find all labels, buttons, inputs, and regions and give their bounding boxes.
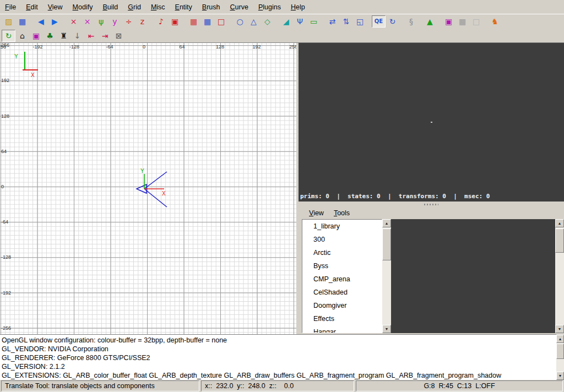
texture-window-icon[interactable]: ▣ <box>442 15 455 28</box>
menu-view[interactable]: View <box>43 2 68 13</box>
texture-folder-list[interactable]: 1_library300ArcticByssCMP_arenaCelShaded… <box>302 219 382 333</box>
prev-leak-spot-icon[interactable]: ⇤ <box>84 30 98 42</box>
splitter-grip-icon <box>424 204 438 205</box>
free-rotate-icon[interactable]: ↻ <box>386 15 399 28</box>
menu-plugins[interactable]: Plugins <box>253 2 286 13</box>
texture-menu-tools[interactable]: Tools <box>329 208 355 218</box>
left-ruler-label: -256 <box>1 325 11 331</box>
menu-build[interactable]: Build <box>97 2 123 13</box>
x-rotate-icon[interactable]: × <box>80 15 94 28</box>
folder-item-300[interactable]: 300 <box>302 233 382 246</box>
scroll-down-icon[interactable]: ▼ <box>555 325 564 333</box>
popup-view-icon[interactable]: ◱ <box>353 15 367 28</box>
scrollbar-thumb[interactable] <box>382 228 391 260</box>
open-file-icon[interactable]: ▨ <box>2 15 15 28</box>
bend-mode-icon[interactable]: ◢ <box>279 15 293 28</box>
folder-item-cmp_arena[interactable]: CMP_arena <box>302 273 382 286</box>
menu-brush[interactable]: Brush <box>197 2 225 13</box>
scroll-down-icon[interactable]: ▼ <box>556 372 564 380</box>
redo-icon[interactable]: ▶ <box>48 15 62 28</box>
console[interactable]: OpenGL window configuration: colour-buff… <box>0 334 556 380</box>
menu-file[interactable]: File <box>0 2 21 13</box>
folder-item-doomgiver[interactable]: Doomgiver <box>302 299 382 312</box>
folder-item-hangar[interactable]: Hangar <box>302 325 382 333</box>
plugin-icon[interactable]: ♞ <box>488 15 502 28</box>
patch-y-icon[interactable]: Ψ <box>293 15 307 28</box>
menu-entity[interactable]: Entity <box>170 2 197 13</box>
scroll-up-icon[interactable]: ▲ <box>382 219 391 227</box>
make-hollow-icon[interactable]: □ <box>214 15 228 28</box>
rotate-lock-disabled-icon[interactable]: □ <box>469 15 483 28</box>
polygon-outline-icon[interactable]: ⌂ <box>15 30 29 42</box>
qe-mode-toggle[interactable]: QE <box>372 15 386 28</box>
fullscreen-icon[interactable]: ▭ <box>307 15 321 28</box>
folder-item-byss[interactable]: Byss <box>302 259 382 273</box>
menu-help[interactable]: Help <box>286 2 310 13</box>
train-path-icon[interactable]: ♜ <box>57 30 70 42</box>
texture-lock-disabled-icon[interactable]: ▦ <box>455 15 469 28</box>
toolbar-main: ▨▦◀▶××ψy÷z♪▣▦▦□○△◇◢Ψ▭⇄⇅◱QE↻§▲▣▦□♞ <box>0 14 564 29</box>
folder-list-scrollbar[interactable]: ▲ ▼ <box>382 219 391 333</box>
console-log: OpenGL window configuration: colour-buff… <box>2 336 555 380</box>
menu-curve[interactable]: Curve <box>225 2 253 13</box>
show-models-icon[interactable]: ♣ <box>43 30 57 42</box>
left-ruler-label: -192 <box>1 290 11 296</box>
y-rotate-icon[interactable]: y <box>108 15 122 28</box>
folder-item-celshaded[interactable]: CelShaded <box>302 286 382 299</box>
origin-x-label: X <box>31 72 35 78</box>
key-icon[interactable]: § <box>404 15 418 28</box>
scroll-up-icon[interactable]: ▲ <box>556 335 564 343</box>
select-touching-icon[interactable]: ♪ <box>154 15 168 28</box>
z-flip-icon[interactable]: ÷ <box>122 15 135 28</box>
console-line: GL_VENDOR: NVIDIA Corporation <box>2 345 555 353</box>
menu-grid[interactable]: Grid <box>123 2 146 13</box>
z-rotate-icon[interactable]: z <box>135 15 149 28</box>
grid-view-2d[interactable]: Y X Y X -256-192-128-6406412819225625619… <box>0 43 296 334</box>
scroll-up-icon[interactable]: ▲ <box>555 219 564 227</box>
scrollbar-thumb[interactable] <box>556 344 564 359</box>
camera-marker[interactable]: Y X <box>134 167 172 213</box>
menu-misc[interactable]: Misc <box>146 2 170 13</box>
clipper-disabled-icon[interactable]: ⊠ <box>112 30 126 42</box>
menu-edit[interactable]: Edit <box>21 2 43 13</box>
top-ruler-label: 64 <box>180 44 185 50</box>
texture-flush-icon[interactable]: ▣ <box>29 30 43 42</box>
csg-subtract-icon[interactable]: ▦ <box>187 15 200 28</box>
cone-icon[interactable]: △ <box>247 15 261 28</box>
texture-menu-view[interactable]: View <box>304 208 329 218</box>
folder-item-1_library[interactable]: 1_library <box>302 220 382 233</box>
refresh-view-icon[interactable]: ↻ <box>2 30 15 42</box>
terrain-icon[interactable]: ▲ <box>423 15 437 28</box>
drop-entity-icon[interactable]: ↓ <box>70 30 84 42</box>
sphere-icon[interactable]: ◇ <box>261 15 274 28</box>
camera-view-3d[interactable]: prims: 0 | states: 0 | transforms: 0 | m… <box>299 43 564 202</box>
folder-item-effects[interactable]: Effects <box>302 312 382 325</box>
horizontal-splitter[interactable] <box>299 202 564 207</box>
cylinder-icon[interactable]: ○ <box>233 15 247 28</box>
texture-preview-area[interactable] <box>391 219 555 333</box>
y-flip-icon[interactable]: ψ <box>94 15 108 28</box>
menu-bar: FileEditViewModifyBuildGridMiscEntityBru… <box>0 0 564 14</box>
top-ruler-label: 128 <box>216 44 224 50</box>
scrollbar-track[interactable] <box>555 227 564 325</box>
scrollbar-track[interactable] <box>556 343 564 372</box>
left-ruler-label: 192 <box>1 78 9 83</box>
texture-preview-scrollbar[interactable]: ▲ ▼ <box>555 219 564 333</box>
cycle-views-icon[interactable]: ⇅ <box>339 15 353 28</box>
menu-modify[interactable]: Modify <box>68 2 98 13</box>
save-icon[interactable]: ▦ <box>15 15 29 28</box>
scroll-down-icon[interactable]: ▼ <box>382 325 391 333</box>
csg-merge-icon[interactable]: ▦ <box>200 15 214 28</box>
scrollbar-track[interactable] <box>382 227 391 325</box>
scrollbar-thumb[interactable] <box>555 228 564 253</box>
swap-views-icon[interactable]: ⇄ <box>326 15 339 28</box>
undo-icon[interactable]: ◀ <box>34 15 48 28</box>
texture-panel: ViewTools 1_library300ArcticByssCMP_aren… <box>299 207 564 334</box>
select-inside-icon[interactable]: ▣ <box>168 15 182 28</box>
x-flip-icon[interactable]: × <box>67 15 80 28</box>
console-line: OpenGL window configuration: colour-buff… <box>2 336 555 345</box>
folder-item-arctic[interactable]: Arctic <box>302 246 382 259</box>
application-window: FileEditViewModifyBuildGridMiscEntityBru… <box>0 0 564 392</box>
next-leak-spot-icon[interactable]: ⇥ <box>98 30 112 42</box>
console-scrollbar[interactable]: ▲ ▼ <box>556 335 564 380</box>
